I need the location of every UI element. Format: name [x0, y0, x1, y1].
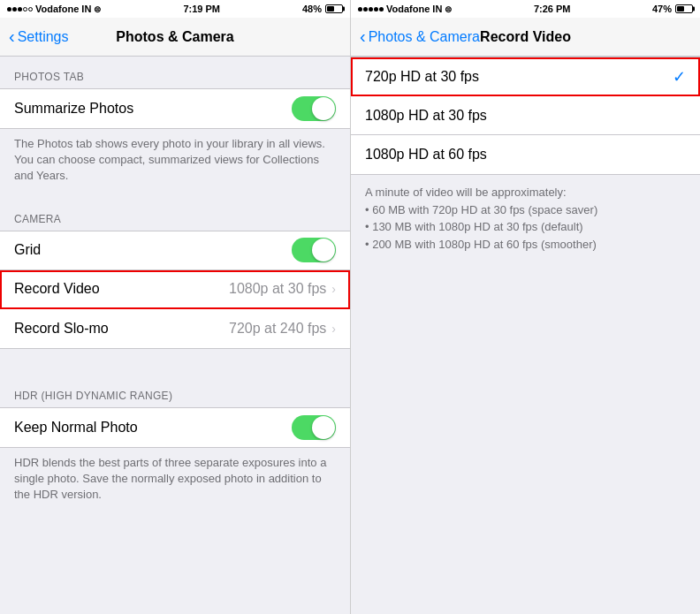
rdot3	[369, 7, 373, 11]
option-1080p-30[interactable]: 1080p HD at 30 fps	[351, 96, 700, 135]
content-right: 720p HD at 30 fps ✓ 1080p HD at 30 fps 1…	[351, 57, 700, 614]
back-label-left: Settings	[18, 29, 69, 45]
video-info: A minute of video will be approximately:…	[351, 175, 700, 267]
battery-icon-right	[675, 4, 693, 13]
signal-bars	[7, 7, 33, 11]
content-left: PHOTOS TAB Summarize Photos The Photos t…	[0, 57, 350, 614]
carrier-left: Vodafone IN	[35, 4, 91, 14]
toggle-knob-grid	[312, 239, 335, 262]
nav-title-right: Record Video	[480, 29, 571, 45]
rdot1	[358, 7, 362, 11]
battery-icon-left	[325, 4, 343, 13]
status-left-right: Vodafone IN ⊜	[358, 4, 452, 14]
label-grid: Grid	[14, 242, 292, 258]
toggle-knob-summarize	[312, 97, 335, 120]
status-left: Vodafone IN ⊜	[7, 4, 101, 14]
spacer1	[0, 349, 350, 375]
rdot2	[363, 7, 368, 11]
row-grid[interactable]: Grid	[0, 231, 350, 270]
section-header-hdr: HDR (HIGH DYNAMIC RANGE)	[0, 375, 350, 407]
toggle-summarize-photos[interactable]	[292, 96, 336, 121]
toggle-keep-normal[interactable]	[292, 415, 336, 440]
back-button-right[interactable]: ‹ Photos & Camera	[360, 28, 480, 45]
chevron-left-icon: ‹	[9, 27, 15, 45]
signal-bars-right	[358, 7, 384, 11]
video-options-group: 720p HD at 30 fps ✓ 1080p HD at 30 fps 1…	[351, 57, 700, 175]
status-bar-right: Vodafone IN ⊜ 7:26 PM 47%	[351, 0, 700, 18]
chevron-slomo-icon: ›	[331, 322, 336, 336]
status-right-left: 48%	[302, 4, 343, 14]
battery-pct-left: 48%	[302, 4, 322, 14]
battery-pct-right: 47%	[652, 4, 672, 14]
desc-photos-tab: The Photos tab shows every photo in your…	[0, 129, 350, 199]
row-record-video[interactable]: Record Video 1080p at 30 fps ›	[0, 270, 350, 309]
checkmark-icon: ✓	[673, 67, 686, 87]
photos-tab-group: Summarize Photos	[0, 88, 350, 129]
carrier-right: Vodafone IN	[386, 4, 442, 14]
section-header-camera: CAMERA	[0, 199, 350, 231]
rdot5	[379, 7, 384, 11]
toggle-grid[interactable]	[292, 238, 336, 262]
value-record-slomo: 720p at 240 fps	[229, 321, 326, 337]
status-bar-left: Vodafone IN ⊜ 7:19 PM 48%	[0, 0, 350, 18]
wifi-icon-right: ⊜	[445, 4, 452, 14]
hdr-group: Keep Normal Photo	[0, 407, 350, 448]
left-phone: Vodafone IN ⊜ 7:19 PM 48% ‹ Settings Pho…	[0, 0, 350, 614]
row-summarize-photos[interactable]: Summarize Photos	[0, 89, 350, 128]
value-record-video: 1080p at 30 fps	[229, 281, 326, 297]
rdot4	[374, 7, 378, 11]
label-record-video: Record Video	[14, 281, 229, 297]
chevron-record-video-icon: ›	[331, 282, 336, 296]
nav-bar-right: ‹ Photos & Camera Record Video	[351, 18, 700, 57]
desc-hdr: HDR blends the best parts of three separ…	[0, 448, 350, 518]
dot3	[18, 7, 22, 11]
label-1080p-30: 1080p HD at 30 fps	[365, 108, 686, 124]
dot5	[28, 7, 33, 11]
option-720p-30[interactable]: 720p HD at 30 fps ✓	[351, 57, 700, 96]
label-record-slomo: Record Slo-mo	[14, 321, 229, 337]
row-record-slomo[interactable]: Record Slo-mo 720p at 240 fps ›	[0, 309, 350, 348]
back-button-left[interactable]: ‹ Settings	[9, 28, 68, 45]
wifi-icon-left: ⊜	[94, 4, 101, 14]
time-right: 7:26 PM	[534, 4, 571, 14]
label-720p-30: 720p HD at 30 fps	[365, 69, 673, 85]
dot4	[23, 7, 27, 11]
status-right-right: 47%	[652, 4, 693, 14]
toggle-knob-keep-normal	[312, 416, 335, 439]
dot2	[12, 7, 17, 11]
dot1	[7, 7, 11, 11]
battery-fill-left	[327, 6, 334, 11]
right-phone: Vodafone IN ⊜ 7:26 PM 47% ‹ Photos & Cam…	[350, 0, 700, 614]
nav-title-left: Photos & Camera	[116, 29, 233, 45]
option-1080p-60[interactable]: 1080p HD at 60 fps	[351, 135, 700, 174]
camera-group: Grid Record Video 1080p at 30 fps › Reco…	[0, 231, 350, 349]
row-keep-normal-photo[interactable]: Keep Normal Photo	[0, 408, 350, 447]
label-1080p-60: 1080p HD at 60 fps	[365, 147, 686, 163]
section-header-photos-tab: PHOTOS TAB	[0, 57, 350, 88]
back-label-right: Photos & Camera	[369, 29, 480, 45]
time-left: 7:19 PM	[183, 4, 220, 14]
chevron-left-icon-right: ‹	[360, 27, 366, 45]
label-summarize-photos: Summarize Photos	[14, 101, 292, 117]
battery-fill-right	[677, 6, 684, 11]
nav-bar-left: ‹ Settings Photos & Camera	[0, 18, 350, 57]
label-keep-normal-photo: Keep Normal Photo	[14, 420, 292, 436]
